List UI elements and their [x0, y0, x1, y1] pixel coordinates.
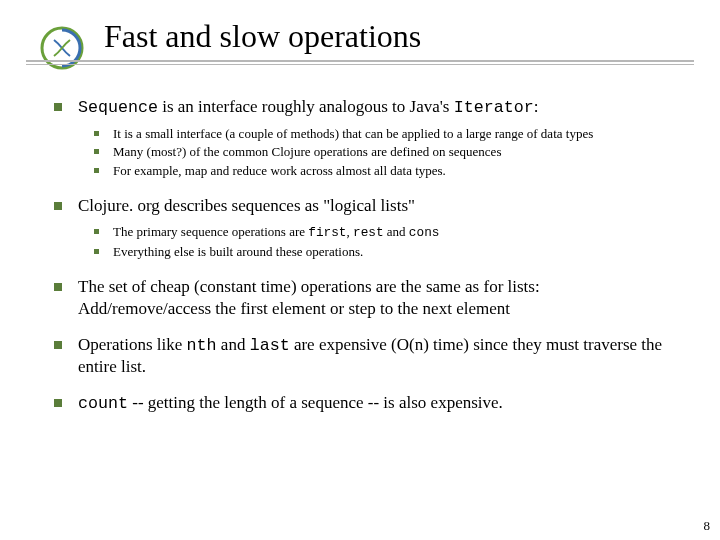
- slide: Fast and slow operations Sequence is an …: [0, 0, 720, 540]
- code-cons: cons: [409, 225, 440, 240]
- square-bullet-icon: [54, 103, 62, 111]
- sub-bullet: The primary sequence operations are firs…: [94, 223, 674, 242]
- sub-bullet-text: Many (most?) of the common Clojure opera…: [113, 143, 674, 162]
- square-bullet-icon: [54, 283, 62, 291]
- slide-body: Sequence is an interface roughly analogo…: [54, 96, 674, 421]
- sub-bullet: It is a small interface (a couple of met…: [94, 125, 674, 144]
- sub-bullet-text: For example, map and reduce work across …: [113, 162, 674, 181]
- square-bullet-icon: [94, 229, 99, 234]
- bullet-5: count -- getting the length of a sequenc…: [54, 392, 674, 415]
- sub-bullet-text: Everything else is built around these op…: [113, 243, 674, 262]
- bullet-1: Sequence is an interface roughly analogo…: [54, 96, 674, 119]
- sub-bullet: Everything else is built around these op…: [94, 243, 674, 262]
- code-rest: rest: [353, 225, 384, 240]
- page-number: 8: [704, 518, 711, 534]
- bullet-5-text: count -- getting the length of a sequenc…: [78, 392, 674, 415]
- code-last: last: [250, 336, 290, 355]
- code-first: first: [308, 225, 346, 240]
- square-bullet-icon: [94, 131, 99, 136]
- sub-bullet: For example, map and reduce work across …: [94, 162, 674, 181]
- sub-bullet: Many (most?) of the common Clojure opera…: [94, 143, 674, 162]
- sub-bullet-text: The primary sequence operations are firs…: [113, 223, 674, 242]
- code-nth: nth: [187, 336, 217, 355]
- bullet-2: Clojure. org describes sequences as "log…: [54, 195, 674, 217]
- slide-title: Fast and slow operations: [104, 18, 421, 55]
- bullet-3: The set of cheap (constant time) operati…: [54, 276, 674, 320]
- bullet-2-text: Clojure. org describes sequences as "log…: [78, 195, 674, 217]
- code-sequence: Sequence: [78, 98, 158, 117]
- square-bullet-icon: [94, 168, 99, 173]
- bullet-1-sub: It is a small interface (a couple of met…: [94, 125, 674, 182]
- code-iterator: Iterator: [454, 98, 534, 117]
- slide-header: Fast and slow operations: [0, 0, 720, 74]
- divider-icon: [26, 60, 694, 62]
- bullet-4: Operations like nth and last are expensi…: [54, 334, 674, 379]
- bullet-4-text: Operations like nth and last are expensi…: [78, 334, 674, 379]
- sub-bullet-text: It is a small interface (a couple of met…: [113, 125, 674, 144]
- bullet-1-text: Sequence is an interface roughly analogo…: [78, 96, 674, 119]
- square-bullet-icon: [94, 149, 99, 154]
- square-bullet-icon: [54, 202, 62, 210]
- square-bullet-icon: [94, 249, 99, 254]
- bullet-3-text: The set of cheap (constant time) operati…: [78, 276, 674, 320]
- divider-icon: [26, 64, 694, 65]
- bullet-2-sub: The primary sequence operations are firs…: [94, 223, 674, 261]
- code-count: count: [78, 394, 128, 413]
- square-bullet-icon: [54, 399, 62, 407]
- square-bullet-icon: [54, 341, 62, 349]
